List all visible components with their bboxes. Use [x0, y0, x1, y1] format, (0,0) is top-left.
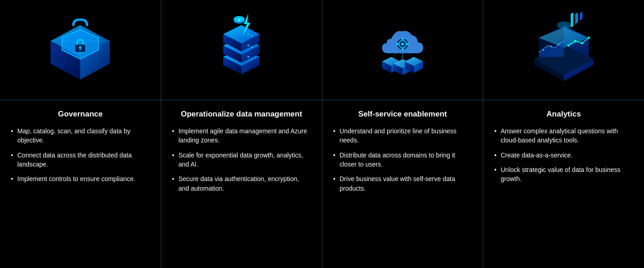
bullets-operationalize: Implement agile data management and Azur…: [172, 126, 311, 193]
main-container: Governance Map, catalog, scan, and class…: [0, 0, 644, 268]
icon-area-analytics: [483, 0, 644, 100]
icon-area-selfservice: [322, 0, 483, 100]
svg-point-61: [542, 49, 544, 51]
bullet-item: Implement agile data management and Azur…: [172, 126, 311, 145]
svg-point-23: [247, 56, 249, 58]
column-governance: Governance Map, catalog, scan, and class…: [0, 0, 161, 268]
bullet-item: Map, catalog, scan, and classify data by…: [11, 126, 150, 145]
bullet-item: Secure data via authentication, encrypti…: [172, 174, 311, 193]
svg-rect-8: [80, 48, 81, 50]
svg-point-57: [574, 40, 576, 42]
bullet-item: Implement controls to ensure compliance.: [11, 174, 150, 183]
svg-rect-54: [575, 12, 578, 24]
title-governance: Governance: [11, 109, 150, 119]
svg-rect-33: [396, 43, 399, 45]
svg-point-22: [251, 46, 253, 48]
bullet-item: Create data-as-a-service.: [494, 151, 633, 160]
svg-point-64: [557, 21, 571, 29]
text-area-analytics: Analytics Answer complex analytical ques…: [483, 100, 644, 268]
bullet-item: Scale for exponential data growth, analy…: [172, 151, 311, 169]
text-area-operationalize: Operationalize data management Implement…: [161, 100, 322, 268]
svg-point-63: [557, 43, 559, 45]
title-analytics: Analytics: [494, 109, 633, 119]
svg-point-21: [247, 45, 249, 46]
svg-text:$: $: [238, 18, 240, 22]
svg-point-59: [588, 36, 590, 39]
column-selfservice: Self-service enablement Understand and p…: [322, 0, 484, 268]
svg-point-56: [567, 44, 569, 46]
bullets-governance: Map, catalog, scan, and classify data by…: [11, 126, 150, 183]
selfservice-icon: [366, 11, 439, 89]
icon-area-governance: [0, 0, 161, 100]
column-operationalize: $ Operationalize data management Impleme…: [161, 0, 322, 268]
text-area-governance: Governance Map, catalog, scan, and class…: [0, 100, 161, 268]
bullet-item: Connect data across the distributed data…: [11, 151, 150, 169]
bullets-selfservice: Understand and prioritize line of busine…: [333, 126, 472, 193]
icon-area-operationalize: $: [161, 0, 322, 100]
bullet-item: Drive business value with self-serve dat…: [333, 174, 472, 193]
bullet-item: Answer complex analytical questions with…: [494, 126, 633, 145]
svg-rect-55: [580, 11, 583, 20]
svg-point-19: [247, 33, 249, 35]
svg-point-30: [401, 43, 404, 46]
operationalize-icon: $: [205, 11, 278, 89]
svg-rect-32: [402, 48, 404, 51]
svg-rect-31: [402, 38, 404, 40]
bullet-item: Unlock strategic value of data for busin…: [494, 165, 633, 184]
svg-rect-53: [571, 12, 573, 27]
title-operationalize: Operationalize data management: [172, 109, 311, 119]
column-analytics: Analytics Answer complex analytical ques…: [483, 0, 644, 268]
svg-point-20: [251, 35, 253, 37]
text-area-selfservice: Self-service enablement Understand and p…: [322, 100, 483, 268]
bullet-item: Distribute data across domains to bring …: [333, 151, 472, 169]
bullets-analytics: Answer complex analytical questions with…: [494, 126, 633, 183]
svg-rect-34: [406, 43, 409, 45]
bullet-item: Understand and prioritize line of busine…: [333, 126, 472, 145]
title-selfservice: Self-service enablement: [333, 109, 472, 119]
governance-icon: [44, 11, 117, 89]
svg-point-62: [550, 46, 552, 47]
svg-point-58: [581, 42, 583, 44]
analytics-icon: [518, 11, 609, 89]
